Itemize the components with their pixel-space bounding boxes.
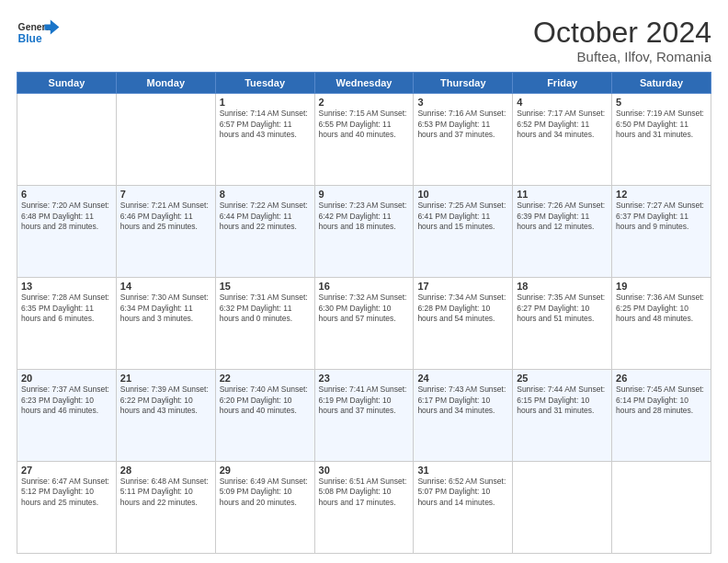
day-number: 28 (120, 465, 211, 476)
day-info: Sunrise: 7:14 AM Sunset: 6:57 PM Dayligh… (220, 109, 311, 140)
weekday-header-row: Sunday Monday Tuesday Wednesday Thursday… (17, 73, 711, 94)
day-info: Sunrise: 6:48 AM Sunset: 5:11 PM Dayligh… (120, 477, 211, 508)
header-friday: Friday (513, 73, 612, 94)
day-cell: 14Sunrise: 7:30 AM Sunset: 6:34 PM Dayli… (116, 278, 215, 370)
day-cell: 5Sunrise: 7:19 AM Sunset: 6:50 PM Daylig… (612, 94, 711, 186)
day-info: Sunrise: 7:21 AM Sunset: 6:46 PM Dayligh… (120, 201, 211, 232)
day-cell: 24Sunrise: 7:43 AM Sunset: 6:17 PM Dayli… (414, 370, 513, 462)
day-cell: 23Sunrise: 7:41 AM Sunset: 6:19 PM Dayli… (314, 370, 414, 462)
week-row-5: 27Sunrise: 6:47 AM Sunset: 5:12 PM Dayli… (17, 462, 711, 554)
day-info: Sunrise: 7:17 AM Sunset: 6:52 PM Dayligh… (517, 109, 608, 140)
day-cell: 18Sunrise: 7:35 AM Sunset: 6:27 PM Dayli… (513, 278, 612, 370)
day-info: Sunrise: 7:28 AM Sunset: 6:35 PM Dayligh… (21, 293, 112, 324)
day-info: Sunrise: 7:30 AM Sunset: 6:34 PM Dayligh… (120, 293, 211, 324)
day-cell: 7Sunrise: 7:21 AM Sunset: 6:46 PM Daylig… (116, 186, 215, 278)
day-info: Sunrise: 7:15 AM Sunset: 6:55 PM Dayligh… (319, 109, 410, 140)
day-cell: 15Sunrise: 7:31 AM Sunset: 6:32 PM Dayli… (215, 278, 314, 370)
day-number: 30 (319, 465, 410, 476)
day-cell: 26Sunrise: 7:45 AM Sunset: 6:14 PM Dayli… (612, 370, 711, 462)
header-wednesday: Wednesday (314, 73, 414, 94)
day-cell: 20Sunrise: 7:37 AM Sunset: 6:23 PM Dayli… (17, 370, 117, 462)
day-number: 26 (616, 373, 707, 384)
day-info: Sunrise: 7:36 AM Sunset: 6:25 PM Dayligh… (616, 293, 707, 324)
header-thursday: Thursday (414, 73, 513, 94)
week-row-3: 13Sunrise: 7:28 AM Sunset: 6:35 PM Dayli… (17, 278, 711, 370)
day-number: 5 (616, 97, 707, 108)
day-number: 15 (220, 281, 311, 292)
day-number: 13 (21, 281, 112, 292)
week-row-2: 6Sunrise: 7:20 AM Sunset: 6:48 PM Daylig… (17, 186, 711, 278)
day-cell: 28Sunrise: 6:48 AM Sunset: 5:11 PM Dayli… (116, 462, 215, 554)
day-cell: 22Sunrise: 7:40 AM Sunset: 6:20 PM Dayli… (215, 370, 314, 462)
day-number: 20 (21, 373, 112, 384)
location: Buftea, Ilfov, Romania (533, 49, 711, 64)
day-number: 31 (417, 465, 508, 476)
day-number: 6 (21, 189, 112, 200)
day-info: Sunrise: 6:49 AM Sunset: 5:09 PM Dayligh… (220, 477, 311, 508)
day-cell: 10Sunrise: 7:25 AM Sunset: 6:41 PM Dayli… (414, 186, 513, 278)
day-number: 14 (120, 281, 211, 292)
day-number: 9 (319, 189, 410, 200)
day-info: Sunrise: 7:43 AM Sunset: 6:17 PM Dayligh… (417, 385, 508, 416)
day-cell: 16Sunrise: 7:32 AM Sunset: 6:30 PM Dayli… (314, 278, 414, 370)
day-info: Sunrise: 7:34 AM Sunset: 6:28 PM Dayligh… (417, 293, 508, 324)
day-cell: 25Sunrise: 7:44 AM Sunset: 6:15 PM Dayli… (513, 370, 612, 462)
logo: General Blue (17, 17, 61, 50)
day-info: Sunrise: 7:40 AM Sunset: 6:20 PM Dayligh… (220, 385, 311, 416)
day-info: Sunrise: 7:35 AM Sunset: 6:27 PM Dayligh… (517, 293, 608, 324)
day-info: Sunrise: 7:44 AM Sunset: 6:15 PM Dayligh… (517, 385, 608, 416)
day-info: Sunrise: 7:23 AM Sunset: 6:42 PM Dayligh… (319, 201, 410, 232)
day-cell (116, 94, 215, 186)
day-info: Sunrise: 7:19 AM Sunset: 6:50 PM Dayligh… (616, 109, 707, 140)
day-info: Sunrise: 7:22 AM Sunset: 6:44 PM Dayligh… (220, 201, 311, 232)
day-cell: 6Sunrise: 7:20 AM Sunset: 6:48 PM Daylig… (17, 186, 117, 278)
day-number: 11 (517, 189, 608, 200)
day-info: Sunrise: 6:47 AM Sunset: 5:12 PM Dayligh… (21, 477, 112, 508)
calendar: Sunday Monday Tuesday Wednesday Thursday… (17, 72, 711, 554)
day-number: 12 (616, 189, 707, 200)
header-sunday: Sunday (17, 73, 117, 94)
day-info: Sunrise: 7:41 AM Sunset: 6:19 PM Dayligh… (319, 385, 410, 416)
day-cell (17, 94, 117, 186)
logo-svg: General Blue (17, 17, 61, 50)
day-number: 8 (220, 189, 311, 200)
day-cell: 21Sunrise: 7:39 AM Sunset: 6:22 PM Dayli… (116, 370, 215, 462)
day-info: Sunrise: 7:27 AM Sunset: 6:37 PM Dayligh… (616, 201, 707, 232)
day-number: 3 (417, 97, 508, 108)
day-cell: 19Sunrise: 7:36 AM Sunset: 6:25 PM Dayli… (612, 278, 711, 370)
header: General Blue October 2024 Buftea, Ilfov,… (17, 17, 711, 64)
day-info: Sunrise: 7:39 AM Sunset: 6:22 PM Dayligh… (120, 385, 211, 416)
page: General Blue October 2024 Buftea, Ilfov,… (0, 0, 728, 563)
day-cell (612, 462, 711, 554)
day-number: 27 (21, 465, 112, 476)
day-number: 17 (417, 281, 508, 292)
day-number: 23 (319, 373, 410, 384)
day-cell: 30Sunrise: 6:51 AM Sunset: 5:08 PM Dayli… (314, 462, 414, 554)
day-number: 16 (319, 281, 410, 292)
header-monday: Monday (116, 73, 215, 94)
day-cell: 13Sunrise: 7:28 AM Sunset: 6:35 PM Dayli… (17, 278, 117, 370)
day-info: Sunrise: 7:16 AM Sunset: 6:53 PM Dayligh… (417, 109, 508, 140)
day-cell: 1Sunrise: 7:14 AM Sunset: 6:57 PM Daylig… (215, 94, 314, 186)
title-block: October 2024 Buftea, Ilfov, Romania (533, 17, 711, 64)
day-cell (513, 462, 612, 554)
day-cell: 8Sunrise: 7:22 AM Sunset: 6:44 PM Daylig… (215, 186, 314, 278)
day-number: 22 (220, 373, 311, 384)
day-number: 24 (417, 373, 508, 384)
day-cell: 2Sunrise: 7:15 AM Sunset: 6:55 PM Daylig… (314, 94, 414, 186)
day-info: Sunrise: 7:37 AM Sunset: 6:23 PM Dayligh… (21, 385, 112, 416)
month-title: October 2024 (533, 17, 711, 49)
svg-text:Blue: Blue (18, 32, 42, 45)
day-info: Sunrise: 7:31 AM Sunset: 6:32 PM Dayligh… (220, 293, 311, 324)
day-number: 10 (417, 189, 508, 200)
header-saturday: Saturday (612, 73, 711, 94)
day-info: Sunrise: 7:32 AM Sunset: 6:30 PM Dayligh… (319, 293, 410, 324)
day-number: 25 (517, 373, 608, 384)
day-number: 19 (616, 281, 707, 292)
day-cell: 31Sunrise: 6:52 AM Sunset: 5:07 PM Dayli… (414, 462, 513, 554)
day-cell: 3Sunrise: 7:16 AM Sunset: 6:53 PM Daylig… (414, 94, 513, 186)
day-info: Sunrise: 6:51 AM Sunset: 5:08 PM Dayligh… (319, 477, 410, 508)
day-info: Sunrise: 6:52 AM Sunset: 5:07 PM Dayligh… (417, 477, 508, 508)
day-cell: 11Sunrise: 7:26 AM Sunset: 6:39 PM Dayli… (513, 186, 612, 278)
day-number: 18 (517, 281, 608, 292)
